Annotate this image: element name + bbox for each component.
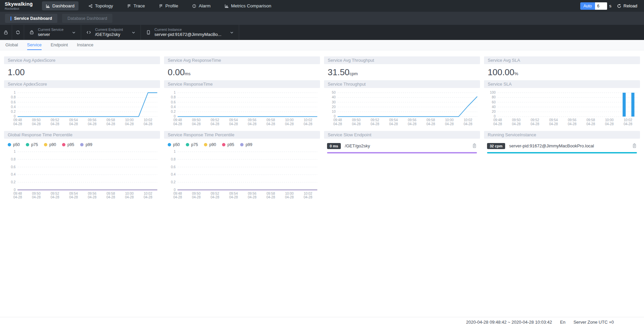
legend-label: p90 [209,142,216,147]
stat-card-value: 31.50cpm [324,64,480,78]
dashboard-tab-label: Service Dashboard [14,16,52,21]
dashboard-tab[interactable]: Database Dashboard [62,14,112,23]
svg-text:0.4: 0.4 [11,105,15,109]
nav-item[interactable]: Trace [123,1,149,10]
svg-text:0: 0 [174,114,176,118]
slow-endpoint-item: 0 ms /GET/go2sky [324,139,480,149]
chevron-down-icon [230,31,234,35]
chart-title: Service Response Time Percentile [164,131,320,139]
legend-dot [222,143,225,146]
svg-text:09:4804-28: 09:4804-28 [173,192,182,199]
svg-text:09:4804-28: 09:4804-28 [493,118,502,126]
selector-icon [86,30,91,35]
svg-text:09:5804-28: 09:5804-28 [426,118,435,126]
svg-text:0.6: 0.6 [11,165,15,169]
toolbar-icon-button[interactable] [0,25,12,40]
legend-item[interactable]: p99 [240,142,252,147]
selector-label: Current Instance [155,28,222,32]
svg-text:09:5404-28: 09:5404-28 [389,118,398,126]
legend-item[interactable]: p90 [44,142,56,147]
selector-dropdown[interactable]: Current Instance server-pid:91672@JimmyM… [141,25,239,40]
legend-item[interactable]: p99 [80,142,92,147]
legend-item[interactable]: p95 [62,142,74,147]
selector-value: /GET/go2sky [95,32,123,37]
selector-dropdown[interactable]: Current Service server [24,25,81,40]
copy-icon[interactable] [472,143,477,148]
brand-logo[interactable]: Skywalking Rocketbot [0,1,38,10]
scope-tab[interactable]: Endpoint [51,42,68,50]
selector-icon [29,30,34,35]
scope-tab[interactable]: Instance [77,42,93,50]
refresh-controls: Auto s Reload [580,2,644,10]
svg-text:0.8: 0.8 [171,157,175,161]
stat-card-unit: cpm [350,71,358,76]
selector-value: server [38,32,63,37]
svg-text:09:5804-28: 09:5804-28 [586,118,595,126]
legend-label: p99 [86,142,92,147]
nav-item-label: Topology [95,3,113,8]
nav-item[interactable]: Dashboard [42,1,78,10]
svg-text:09:5204-28: 09:5204-28 [51,192,59,199]
copy-icon[interactable] [632,143,637,148]
percentile-legend: p50 p75 p90 p95 p99 [4,139,160,147]
svg-text:09:5804-28: 09:5804-28 [106,192,115,199]
selector-dropdown[interactable]: Current Endpoint /GET/go2sky [81,25,141,40]
svg-text:09:5604-28: 09:5604-28 [248,118,257,126]
refresh-interval-input[interactable] [595,2,607,10]
value-badge: 32 cpm [487,143,505,149]
svg-text:10: 10 [332,110,336,113]
running-instance-panel: Running ServiceInstance 32 cpm server-pi… [484,131,640,204]
svg-text:09:5404-28: 09:5404-28 [549,118,558,126]
svg-text:1: 1 [14,91,16,94]
legend-item[interactable]: p75 [186,142,198,147]
legend-item[interactable]: p95 [222,142,234,147]
brand-swoosh-icon [29,2,33,6]
footer: 2020-04-28 09:48:42 ~ 2020-04-28 10:03:4… [0,317,644,327]
legend-dot [62,143,65,146]
svg-text:0: 0 [14,114,16,118]
legend-label: p75 [31,142,38,147]
dashboard-tab[interactable]: Service Dashboard [5,14,57,23]
legend-label: p50 [173,142,180,147]
nav-item[interactable]: Metrics Comparison [221,1,275,10]
svg-text:09:5404-28: 09:5404-28 [229,192,238,199]
server-zone-control[interactable]: Server Zone UTC +0 [574,320,614,325]
svg-text:1: 1 [174,91,176,94]
legend-label: p95 [227,142,234,147]
legend-item[interactable]: p50 [168,142,180,147]
nav-item[interactable]: Topology [85,1,117,10]
legend-item[interactable]: p75 [26,142,38,147]
auto-refresh-button[interactable]: Auto [580,2,595,10]
svg-text:09:5804-28: 09:5804-28 [266,192,275,199]
svg-text:40: 40 [332,95,336,99]
svg-text:0: 0 [174,188,176,192]
nav-item[interactable]: Alarm [188,1,214,10]
legend-item[interactable]: p50 [8,142,20,147]
scope-tab[interactable]: Service [27,42,42,50]
throughput-line-chart: 0102030405009:4804-2809:5004-2809:5204-2… [324,90,480,128]
legend-item[interactable]: p90 [204,142,216,147]
language-selector[interactable]: En [560,320,566,325]
svg-text:09:5004-28: 09:5004-28 [192,118,201,126]
instance-name: server-pid:91672@JimmyMacBookPro.local [509,143,594,148]
nav-item[interactable]: Profile [155,1,182,10]
svg-text:0: 0 [494,114,496,118]
svg-text:20: 20 [492,110,496,113]
svg-text:0.8: 0.8 [11,95,15,99]
svg-text:0: 0 [334,114,336,118]
svg-text:0.8: 0.8 [11,157,15,161]
scope-tab[interactable]: Global [5,42,18,50]
charts-row: Service ApdexScore 00.20.40.60.8109:4804… [0,80,644,128]
legend-dot [240,143,244,146]
reload-button[interactable]: Reload [615,3,639,9]
stat-card-title: Service Avg SLA [484,56,640,64]
svg-text:10:0004-28: 10:0004-28 [605,118,614,126]
apdex-line-chart: 00.20.40.60.8109:4804-2809:5004-2809:520… [4,90,160,128]
legend-dot [8,143,11,146]
svg-text:09:5804-28: 09:5804-28 [266,118,275,126]
legend-dot [204,143,207,146]
stat-card-value: 1.00 [4,64,160,78]
chart-title: Service Throughput [324,80,480,88]
toolbar-icon-button[interactable] [12,25,24,40]
dashboard-tab-bar: Service Dashboard Database Dashboard [0,12,644,25]
